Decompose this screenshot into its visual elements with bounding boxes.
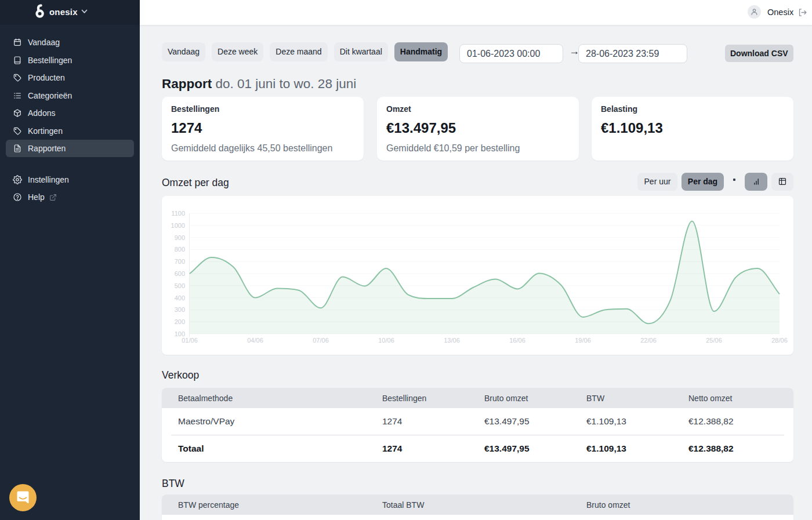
svg-text:600: 600 <box>175 270 185 277</box>
svg-text:16/06: 16/06 <box>509 337 525 344</box>
svg-text:07/06: 07/06 <box>313 337 329 344</box>
svg-text:10/06: 10/06 <box>378 337 394 344</box>
svg-text:700: 700 <box>175 258 185 265</box>
svg-text:200: 200 <box>175 318 185 325</box>
svg-text:1000: 1000 <box>171 222 185 229</box>
svg-text:04/06: 04/06 <box>247 337 263 344</box>
svg-text:25/06: 25/06 <box>706 337 722 344</box>
svg-text:300: 300 <box>175 306 185 313</box>
svg-text:22/06: 22/06 <box>640 337 657 344</box>
svg-text:1100: 1100 <box>171 210 185 217</box>
svg-text:500: 500 <box>175 282 185 289</box>
svg-text:400: 400 <box>175 294 185 301</box>
svg-text:800: 800 <box>175 246 185 253</box>
svg-text:13/06: 13/06 <box>444 337 460 344</box>
svg-text:01/06: 01/06 <box>182 337 198 344</box>
svg-text:28/06: 28/06 <box>771 337 788 344</box>
svg-text:900: 900 <box>175 234 185 241</box>
svg-text:19/06: 19/06 <box>575 337 591 344</box>
